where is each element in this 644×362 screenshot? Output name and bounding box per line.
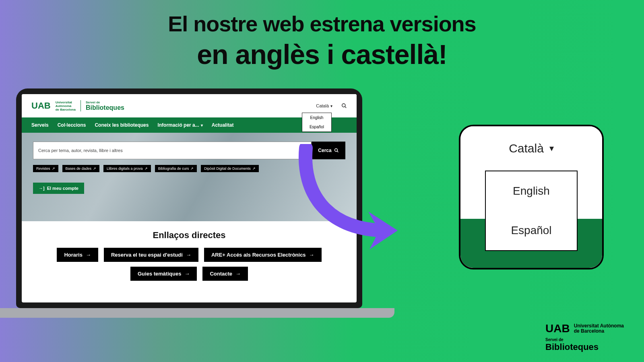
nav-serveis[interactable]: Serveis — [31, 122, 49, 128]
link-guies-label: Guies temàtiques — [138, 271, 181, 277]
headline-line-2: en anglès i castellà! — [0, 39, 644, 70]
search-placeholder: Cerca per tema, autor, revista, llibre i… — [38, 148, 123, 153]
link-horaris[interactable]: Horaris→ — [57, 248, 98, 262]
chevron-down-icon: ▾ — [330, 104, 332, 108]
chevron-down-icon: ▾ — [201, 123, 203, 128]
footer-sub-2: de Barcelona — [574, 329, 624, 334]
promo-canvas: El nostre web estrena versions en anglès… — [0, 0, 644, 362]
link-guies[interactable]: Guies temàtiques→ — [130, 267, 197, 281]
link-contacte-label: Contacte — [210, 271, 232, 277]
search-icon[interactable] — [341, 103, 347, 109]
svg-line-3 — [337, 151, 338, 152]
arrow-right-icon: → — [186, 252, 191, 258]
footer-sub: Universitat Autònoma de Barcelona — [574, 323, 624, 334]
nav-actualitat-label: Actualitat — [212, 122, 234, 128]
quicklink-llibres[interactable]: Llibres digitals a prova↗ — [103, 165, 151, 172]
website-screen: UAB Universitat Autònoma de Barcelona Se… — [22, 94, 357, 302]
quicklink-biblio[interactable]: Bibliografia de curs↗ — [155, 165, 197, 172]
svg-point-0 — [342, 104, 345, 107]
nav-coneix[interactable]: Coneix les biblioteques — [95, 122, 149, 128]
search-input[interactable]: Cerca per tema, autor, revista, llibre i… — [33, 142, 312, 159]
language-current: Català — [316, 103, 329, 108]
link-are[interactable]: ARE+ Accés als Recursos Electrònics→ — [204, 248, 322, 262]
hero-section: Cerca per tema, autor, revista, llibre i… — [22, 133, 357, 221]
external-link-icon: ↗ — [252, 167, 256, 171]
link-reserva-label: Reserva el teu espai d'estudi — [111, 252, 183, 258]
direct-links-section: Enllaços directes Horaris→ Reserva el te… — [22, 221, 357, 297]
external-link-icon: ↗ — [144, 167, 148, 171]
quicklink-diposit-label: Dipòsit Digital de Documents — [204, 167, 251, 171]
external-link-icon: ↗ — [52, 167, 55, 171]
language-option-espanol[interactable]: Español — [302, 122, 331, 132]
search-row: Cerca per tema, autor, revista, llibre i… — [33, 142, 345, 159]
nav-info-label: Informació per a... — [157, 122, 199, 128]
link-contacte[interactable]: Contacte→ — [202, 267, 248, 281]
search-button-label: Cerca — [318, 148, 331, 153]
logo-service-column: Servei de Biblioteques — [86, 101, 124, 111]
quicklink-revistes[interactable]: Revistes↗ — [33, 165, 58, 172]
laptop-mockup: UAB Universitat Autònoma de Barcelona Se… — [16, 88, 362, 318]
language-selector[interactable]: Català ▾ — [316, 103, 332, 108]
arrow-right-icon: → — [309, 252, 314, 258]
logo-sub-3: de Barcelona — [56, 108, 76, 111]
quicklinks: Revistes↗ Bases de dades↗ Llibres digita… — [33, 165, 345, 172]
login-icon: →] — [39, 186, 45, 191]
logo-sub-1: Universitat — [56, 101, 76, 104]
arrow-right-icon: → — [235, 271, 241, 277]
chevron-down-icon: ▾ — [549, 143, 554, 154]
quicklink-revistes-label: Revistes — [36, 167, 50, 171]
quicklink-llibres-label: Llibres digitals a prova — [107, 167, 143, 171]
zoom-current-label: Català — [509, 142, 544, 155]
external-link-icon: ↗ — [93, 167, 96, 171]
footer-logo: UAB Universitat Autònoma de Barcelona Se… — [545, 322, 624, 352]
site-header: UAB Universitat Autònoma de Barcelona Se… — [22, 94, 357, 117]
direct-links-row-2: Guies temàtiques→ Contacte→ — [33, 267, 345, 281]
logo-divider — [80, 100, 81, 111]
laptop-frame: UAB Universitat Autònoma de Barcelona Se… — [16, 88, 362, 308]
arrow-right-icon: → — [184, 271, 190, 277]
my-account-label: El meu compte — [47, 186, 78, 191]
link-reserva[interactable]: Reserva el teu espai d'estudi→ — [104, 248, 198, 262]
language-dropdown: English Español — [302, 113, 332, 132]
link-horaris-label: Horaris — [64, 252, 83, 258]
logo-servei: Servei de — [86, 101, 124, 104]
headline: El nostre web estrena versions en anglès… — [0, 11, 644, 70]
footer-servei: Servei de — [545, 337, 624, 342]
quicklink-biblio-label: Bibliografia de curs — [158, 167, 189, 171]
site-logo[interactable]: UAB Universitat Autònoma de Barcelona Se… — [31, 100, 124, 111]
nav-coneix-label: Coneix les biblioteques — [95, 122, 149, 128]
zoom-option-espanol[interactable]: Español — [486, 211, 577, 250]
zoom-option-english[interactable]: English — [486, 171, 577, 211]
svg-point-2 — [334, 149, 337, 152]
language-zoom-card: Català ▾ English Español — [459, 125, 604, 269]
footer-uab: UAB — [545, 322, 570, 335]
svg-line-1 — [345, 107, 347, 108]
arrow-right-icon: → — [86, 252, 91, 258]
zoom-mid: English Español — [460, 171, 602, 269]
search-icon — [334, 148, 339, 153]
quicklink-bases[interactable]: Bases de dades↗ — [62, 165, 100, 172]
zoom-language-dropdown: English Español — [485, 171, 578, 251]
nav-colleccions[interactable]: Col·leccions — [58, 122, 86, 128]
header-right: Català ▾ English Español — [316, 103, 347, 109]
logo-subtitle: Universitat Autònoma de Barcelona — [56, 101, 76, 111]
link-are-label: ARE+ Accés als Recursos Electrònics — [211, 252, 306, 258]
my-account-button[interactable]: →] El meu compte — [33, 183, 84, 194]
direct-links-title: Enllaços directes — [33, 230, 345, 241]
external-link-icon: ↗ — [190, 167, 194, 171]
nav-serveis-label: Serveis — [31, 122, 49, 128]
footer-biblio: Biblioteques — [545, 342, 624, 352]
zoom-current-language[interactable]: Català ▾ — [460, 126, 602, 171]
logo-biblio: Biblioteques — [86, 104, 124, 111]
nav-info[interactable]: Informació per a...▾ — [157, 122, 202, 128]
logo-uab-text: UAB — [31, 101, 51, 111]
nav-actualitat[interactable]: Actualitat — [212, 122, 234, 128]
quicklink-diposit[interactable]: Dipòsit Digital de Documents↗ — [201, 165, 259, 172]
direct-links-row-1: Horaris→ Reserva el teu espai d'estudi→ … — [33, 248, 345, 262]
footer-logo-row: UAB Universitat Autònoma de Barcelona — [545, 322, 624, 335]
laptop-base — [0, 308, 394, 318]
search-button[interactable]: Cerca — [312, 142, 345, 159]
headline-line-1: El nostre web estrena versions — [0, 11, 644, 36]
logo-sub-2: Autònoma — [56, 104, 76, 108]
language-option-english[interactable]: English — [302, 113, 331, 122]
